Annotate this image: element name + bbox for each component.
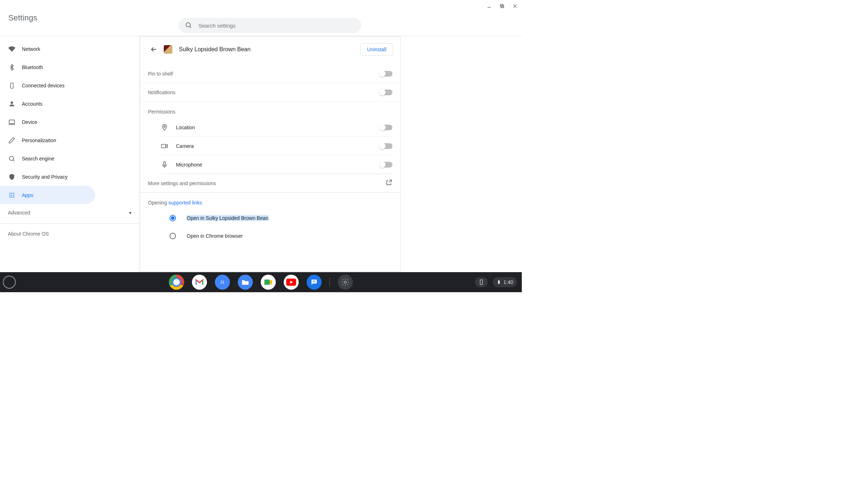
svg-rect-32 <box>499 280 499 280</box>
svg-point-21 <box>13 196 14 197</box>
svg-point-8 <box>11 101 13 104</box>
search-input[interactable] <box>199 23 355 29</box>
status-notifications[interactable] <box>475 277 488 287</box>
svg-point-14 <box>11 193 13 194</box>
permission-microphone-row: Microphone <box>161 155 392 174</box>
more-settings-label: More settings and permissions <box>148 180 216 186</box>
location-toggle[interactable] <box>380 125 392 130</box>
back-button[interactable] <box>147 43 160 56</box>
shelf-app-chrome[interactable] <box>169 275 184 290</box>
search-icon <box>185 21 192 30</box>
sidebar-item-network[interactable]: Network <box>0 40 95 58</box>
sidebar-item-search-engine[interactable]: Search engine <box>0 149 95 168</box>
svg-rect-24 <box>164 161 166 165</box>
svg-rect-2 <box>501 5 504 8</box>
camera-toggle[interactable] <box>380 143 392 149</box>
close-icon[interactable] <box>512 3 518 9</box>
status-tray[interactable]: 1:40 <box>493 277 517 287</box>
apps-grid-icon <box>8 192 15 199</box>
notifications-toggle[interactable] <box>380 90 392 95</box>
more-settings-row[interactable]: More settings and permissions <box>140 174 400 193</box>
shelf-app-files[interactable] <box>238 275 253 290</box>
radio-open-in-app-row[interactable]: Open in Sulky Lopsided Brown Bean <box>140 209 400 227</box>
sidebar-item-label: Personalization <box>22 138 56 143</box>
sidebar-item-personalization[interactable]: Personalization <box>0 131 95 149</box>
microphone-toggle[interactable] <box>380 162 392 168</box>
pin-to-shelf-toggle[interactable] <box>380 71 392 77</box>
opening-links-section: Opening supported links <box>140 193 400 209</box>
location-icon <box>161 124 168 131</box>
notifications-label: Notifications <box>148 90 175 95</box>
svg-rect-1 <box>500 4 503 7</box>
sidebar-item-apps[interactable]: Apps <box>0 186 95 204</box>
sidebar: Network Bluetooth Connected devices Acco… <box>0 36 140 272</box>
radio-open-in-chrome-label: Open in Chrome browser <box>187 233 243 239</box>
svg-rect-9 <box>9 120 15 124</box>
svg-point-16 <box>9 194 10 196</box>
sidebar-item-accounts[interactable]: Accounts <box>0 95 95 113</box>
sidebar-item-security[interactable]: Security and Privacy <box>0 168 95 186</box>
svg-line-12 <box>13 160 15 161</box>
sidebar-item-label: Accounts <box>22 101 43 107</box>
shelf-app-calendar[interactable]: 31 <box>215 275 230 290</box>
app-name: Sulky Lopsided Brown Bean <box>179 46 251 53</box>
phone-icon <box>8 82 15 89</box>
camera-icon <box>161 143 168 150</box>
shelf-app-youtube[interactable] <box>284 275 299 290</box>
svg-point-29 <box>344 281 347 283</box>
shelf-app-gmail[interactable] <box>192 275 207 290</box>
person-icon <box>8 100 15 107</box>
permission-camera-row: Camera <box>161 137 392 155</box>
wifi-icon <box>8 45 15 53</box>
microphone-icon <box>161 161 168 168</box>
launcher-button[interactable] <box>3 276 16 289</box>
svg-rect-30 <box>480 280 482 284</box>
sidebar-about[interactable]: About Chrome OS <box>0 226 139 242</box>
sidebar-item-label: Search engine <box>22 156 54 161</box>
shelf-app-settings[interactable] <box>338 275 353 290</box>
sidebar-advanced[interactable]: Advanced ▾ <box>0 204 139 221</box>
radio-open-in-app[interactable] <box>170 215 176 221</box>
radio-open-in-chrome-row[interactable]: Open in Chrome browser <box>140 227 400 245</box>
uninstall-button[interactable]: Uninstall <box>360 43 393 56</box>
svg-point-5 <box>186 23 190 27</box>
app-icon <box>164 45 172 54</box>
chevron-down-icon: ▾ <box>129 210 132 216</box>
page-title: Settings <box>8 13 37 23</box>
svg-point-15 <box>13 193 14 194</box>
svg-point-11 <box>9 156 14 160</box>
clock: 1:40 <box>504 279 513 285</box>
open-external-icon <box>385 179 392 187</box>
permission-label: Camera <box>176 143 194 149</box>
svg-rect-23 <box>162 144 166 148</box>
search-bar[interactable] <box>178 18 361 33</box>
radio-open-in-chrome[interactable] <box>170 233 176 239</box>
shield-icon <box>8 173 15 180</box>
svg-line-6 <box>190 26 191 28</box>
sidebar-item-label: Connected devices <box>22 83 65 88</box>
sidebar-item-connected-devices[interactable]: Connected devices <box>0 76 95 95</box>
shelf-app-messages[interactable] <box>307 275 322 290</box>
svg-rect-31 <box>498 280 500 284</box>
battery-icon <box>496 280 501 285</box>
permission-label: Microphone <box>176 162 202 168</box>
minimize-icon[interactable] <box>486 3 492 9</box>
supported-links-link[interactable]: supported links <box>168 200 202 206</box>
sidebar-item-bluetooth[interactable]: Bluetooth <box>0 58 95 76</box>
sidebar-item-label: Network <box>22 46 40 52</box>
maximize-icon[interactable] <box>499 3 505 9</box>
search-engine-icon <box>8 155 15 162</box>
svg-point-18 <box>13 194 14 196</box>
pencil-icon <box>8 137 15 144</box>
shelf-app-meet[interactable] <box>261 275 276 290</box>
app-detail-card: Sulky Lopsided Brown Bean Uninstall Pin … <box>140 36 401 272</box>
svg-rect-25 <box>264 279 270 285</box>
sidebar-item-label: Device <box>22 119 37 125</box>
sidebar-item-device[interactable]: Device <box>0 113 95 131</box>
svg-point-17 <box>11 194 13 196</box>
permission-label: Location <box>176 125 195 130</box>
permission-location-row: Location <box>161 118 392 137</box>
sidebar-item-label: Apps <box>22 192 33 198</box>
svg-point-20 <box>11 196 13 197</box>
laptop-icon <box>8 119 15 126</box>
